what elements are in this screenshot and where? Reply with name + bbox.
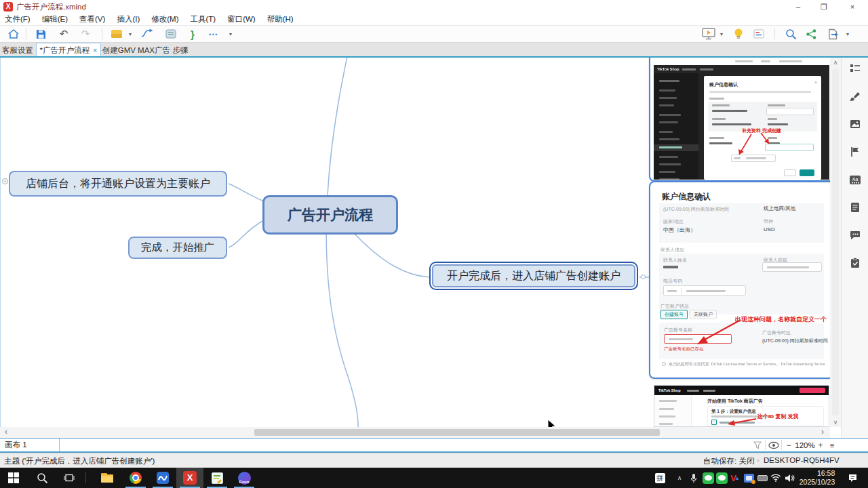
more-tools-button[interactable]: ⋯: [205, 26, 222, 42]
lightbulb-button[interactable]: [731, 26, 746, 42]
topic-open-account[interactable]: 开户完成后，进入店铺广告创建账户: [432, 264, 635, 287]
start-button[interactable]: [0, 468, 27, 488]
mindmap-canvas[interactable]: + 店铺后台，将开通账户设置为主要账户 完成，开始推广 广告开户流程 开户完成后…: [0, 58, 841, 427]
status-bar: 主题 ('开户完成后，进入店铺广告创建账户') 自动保存: 关闭 ◦ DESKT…: [0, 453, 868, 468]
menu-window[interactable]: 窗口(W): [227, 14, 256, 24]
sticker-caret-icon[interactable]: ▾: [126, 26, 134, 42]
filter-icon[interactable]: [751, 439, 764, 451]
format-brush-icon[interactable]: [850, 91, 861, 102]
notes-app-icon[interactable]: [203, 468, 231, 488]
hscroll-thumb[interactable]: [254, 429, 660, 436]
screenshot-account-info-form[interactable]: 账户信息确认 (UTC-09:00) 阿拉斯加标准时间 线上电商/其他 国家/地…: [654, 186, 829, 375]
cancel-button[interactable]: [784, 169, 796, 176]
search-button[interactable]: [783, 26, 799, 42]
volume-icon[interactable]: [783, 468, 796, 488]
clock[interactable]: 16:58 2025/10/23: [797, 468, 837, 488]
tab-close-icon[interactable]: ×: [93, 46, 97, 54]
restore-button[interactable]: ❐: [812, 0, 835, 14]
minimize-button[interactable]: –: [787, 0, 810, 14]
action-center-icon[interactable]: [844, 468, 861, 488]
topic-done-promote[interactable]: 完成，开始推广: [128, 237, 227, 259]
menu-file[interactable]: 文件(F): [5, 14, 31, 24]
marker-flag-icon[interactable]: [850, 146, 861, 157]
notes-icon[interactable]: [850, 202, 861, 213]
red-v-app-icon[interactable]: V▲: [728, 468, 742, 488]
confirm-button[interactable]: [800, 169, 814, 176]
screenshot-tiktok-start-ads[interactable]: TikTok Shop 开始使用 TikTok 商店广告 第 1 步：设置账户信…: [654, 385, 829, 427]
pitch-eye-icon[interactable]: [767, 439, 781, 451]
close-button[interactable]: ×: [841, 0, 864, 14]
tray-card-app-icon[interactable]: [742, 468, 755, 488]
terms-checkbox[interactable]: [662, 362, 666, 366]
vertical-scrollbar[interactable]: ∧ ∨: [830, 58, 841, 427]
undo-button[interactable]: ↶: [56, 26, 72, 42]
menu-edit[interactable]: 编辑(E): [42, 14, 68, 24]
scroll-left-icon[interactable]: ‹: [1, 427, 11, 438]
summary-button[interactable]: }: [186, 26, 199, 42]
taskbar-search-icon[interactable]: [28, 468, 56, 488]
menu-help[interactable]: 帮助(H): [267, 14, 294, 24]
presentation-caret-icon[interactable]: ▾: [717, 26, 726, 42]
task-view-icon[interactable]: [56, 468, 83, 488]
wifi-icon[interactable]: [769, 468, 783, 488]
zoom-in-button[interactable]: +: [816, 439, 825, 451]
save-button[interactable]: [33, 26, 49, 42]
zoom-level[interactable]: 120%: [794, 439, 816, 451]
fit-menu-icon[interactable]: ≡: [827, 439, 837, 451]
tab-gmv-max[interactable]: 创建GMV MAX广告 步骤: [102, 43, 189, 57]
menu-bar: 文件(F) 编辑(E) 查看(V) 插入(I) 修改(M) 工具(T) 窗口(W…: [0, 14, 868, 26]
label-aa-icon[interactable]: Aa: [850, 174, 861, 185]
zoom-out-button[interactable]: −: [783, 439, 794, 451]
email-input[interactable]: [765, 144, 814, 151]
screenshot-tiktok-confirm-modal[interactable]: TikTok Shop: [654, 58, 829, 180]
relationship-button[interactable]: [138, 26, 156, 42]
menu-insert[interactable]: 插入(I): [117, 14, 140, 24]
tray-expand-icon[interactable]: ∧: [673, 468, 686, 488]
scroll-down-icon[interactable]: ∨: [830, 418, 841, 427]
ime-indicator[interactable]: 拼: [652, 468, 667, 488]
central-topic[interactable]: 广告开户流程: [262, 195, 398, 235]
tab-guanggao-kaihu[interactable]: *广告开户流程 ×: [36, 43, 101, 57]
redo-button[interactable]: ↷: [77, 26, 94, 42]
chrome-icon[interactable]: [122, 468, 149, 488]
device-name: DESKTOP-RQ5H4FV: [764, 456, 840, 464]
note-button[interactable]: [751, 26, 766, 42]
scroll-right-icon[interactable]: ›: [818, 427, 827, 438]
comment-icon[interactable]: [850, 230, 861, 241]
topic-button[interactable]: [163, 26, 179, 42]
presentation-button[interactable]: [700, 26, 717, 42]
toolbar-caret-icon[interactable]: ▾: [226, 26, 235, 42]
task-clipboard-icon[interactable]: [850, 258, 861, 268]
device-tray-icon[interactable]: [755, 468, 769, 488]
wechat-icon[interactable]: [701, 468, 715, 488]
mouse-cursor: [547, 419, 557, 427]
sheet-tab-canvas1[interactable]: 画布 1: [0, 439, 60, 451]
menu-tools[interactable]: 工具(T): [190, 14, 216, 24]
export-button[interactable]: [825, 26, 841, 42]
menu-view[interactable]: 查看(V): [79, 14, 105, 24]
microphone-icon[interactable]: [688, 468, 700, 488]
topic-store-backend[interactable]: 店铺后台，将开通账户设置为主要账户: [9, 171, 227, 197]
file-explorer-icon[interactable]: [94, 468, 121, 488]
xmind-taskbar-icon[interactable]: X: [176, 468, 203, 488]
clock-time: 16:58: [800, 469, 835, 478]
share-button[interactable]: [803, 26, 819, 42]
home-button[interactable]: [5, 26, 22, 42]
image-icon[interactable]: [850, 119, 861, 129]
scroll-up-icon[interactable]: ∧: [830, 58, 841, 67]
menu-modify[interactable]: 修改(M): [151, 14, 178, 24]
confirm-modal: 账户信息确认 × 补充资料 完成创建: [704, 76, 821, 180]
topic-open-account-selected[interactable]: 开户完成后，进入店铺广告创建账户: [429, 262, 638, 290]
vscroll-thumb[interactable]: [832, 68, 839, 416]
foun-app-icon[interactable]: Foun: [231, 468, 258, 488]
red-arrows: [704, 76, 821, 180]
wechat-icon-2[interactable]: [715, 468, 728, 488]
horizontal-scrollbar[interactable]: ‹ ›: [0, 427, 830, 438]
sticker-button[interactable]: [108, 26, 125, 42]
blue-app-icon[interactable]: [149, 468, 176, 488]
outline-icon[interactable]: [850, 63, 861, 74]
expand-collapse-icon[interactable]: +: [2, 178, 8, 184]
export-caret-icon[interactable]: ▾: [844, 26, 852, 42]
tiktok-shop-logo: TikTok Shop: [657, 67, 679, 71]
tab-kefu-shezhi[interactable]: 客服设置: [0, 43, 35, 57]
